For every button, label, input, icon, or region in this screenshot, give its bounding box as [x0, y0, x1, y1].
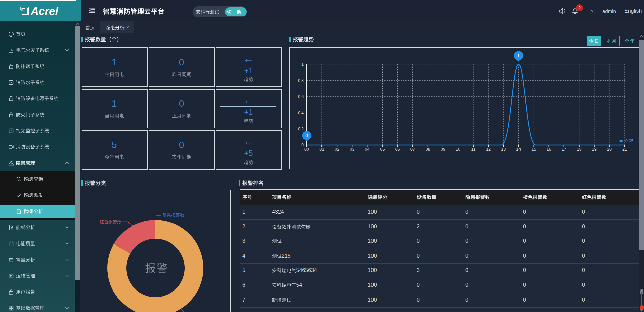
svg-text:1: 1 — [517, 53, 520, 58]
svg-text:0: 0 — [305, 133, 308, 138]
